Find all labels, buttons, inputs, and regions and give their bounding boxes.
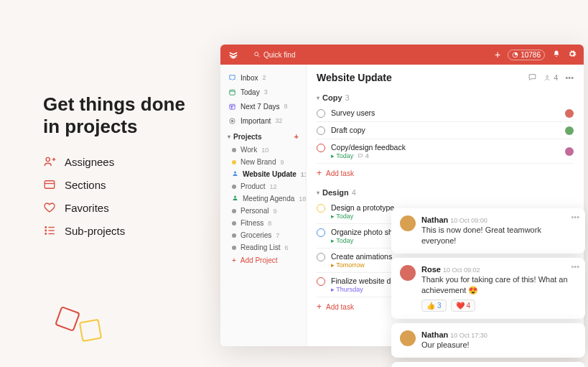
more-icon[interactable]: ••• xyxy=(571,213,579,221)
projects-header-label: Projects xyxy=(233,133,261,141)
task-row[interactable]: Copy/design feedback▸ Today 4 xyxy=(317,139,574,164)
notifications-icon[interactable] xyxy=(552,50,561,60)
task-checkbox[interactable] xyxy=(317,144,325,152)
project-color-dot xyxy=(232,221,236,226)
svg-rect-14 xyxy=(229,90,234,95)
task-checkbox[interactable] xyxy=(317,277,325,286)
karma-badge[interactable]: 10786 xyxy=(508,50,545,60)
comment-author: Rose xyxy=(421,265,441,274)
svg-point-23 xyxy=(546,75,549,78)
project-count: 18 xyxy=(299,195,306,203)
comment-card: Nathan10 Oct 17:30Our pleasure! xyxy=(391,323,585,358)
sidebar-project[interactable]: Groceries 7 xyxy=(220,229,306,241)
top-bar: Quick find + 10786 xyxy=(220,45,584,65)
sidebar-filter-important[interactable]: Important 32 xyxy=(220,113,306,128)
comment-time: 10 Oct 17:30 xyxy=(450,332,487,339)
svg-point-11 xyxy=(255,52,258,56)
sidebar-project[interactable]: Personal 9 xyxy=(220,205,306,217)
task-date: ▸ Today xyxy=(331,237,353,244)
sidebar-project[interactable]: Reading List 6 xyxy=(220,241,306,254)
project-count: 6 xyxy=(285,244,289,251)
add-task-label: Add task xyxy=(326,303,354,311)
sidebar-filter-count: 32 xyxy=(275,117,282,124)
project-label: Website Update xyxy=(243,170,297,178)
sidebar-filter-inbox[interactable]: Inbox 2 xyxy=(220,70,306,85)
next7-icon: 7 xyxy=(228,102,236,111)
sidebar-filter-count: 2 xyxy=(262,74,266,81)
project-label: Reading List xyxy=(241,243,281,251)
project-label: Personal xyxy=(241,207,269,215)
comment-text: Thank you for taking care of this! What … xyxy=(421,274,577,296)
sidebar-project[interactable]: Meeting Agenda 18 xyxy=(220,192,306,205)
assignee-avatar[interactable] xyxy=(565,147,574,156)
sidebar-filter-count: 8 xyxy=(284,103,287,110)
sidebar-project[interactable]: New Brand 9 xyxy=(220,156,306,168)
app-logo-icon[interactable] xyxy=(228,49,239,60)
search-input[interactable]: Quick find xyxy=(253,51,295,59)
task-checkbox[interactable] xyxy=(317,204,325,213)
add-task-button[interactable]: +Add task xyxy=(317,164,574,185)
main-header: Website Update 4 ••• xyxy=(317,72,574,83)
sidebar-project[interactable]: Website Update 11 xyxy=(220,168,306,180)
karma-icon xyxy=(512,52,518,58)
task-label: Survey users xyxy=(331,108,559,117)
share-icon[interactable]: 4 xyxy=(544,73,558,82)
sidebar-projects-header[interactable]: ▾Projects+ xyxy=(220,128,306,144)
project-count: 7 xyxy=(276,232,279,239)
add-project-button[interactable]: +Add Project xyxy=(220,254,306,267)
comment-author: Nathan xyxy=(421,215,448,224)
more-icon[interactable]: ••• xyxy=(571,262,579,271)
sidebar-project[interactable]: Work 10 xyxy=(220,144,306,156)
task-label: Copy/design feedback xyxy=(331,143,559,152)
reaction-emoji: ❤️ xyxy=(456,302,465,310)
comment-time: 10 Oct 09:00 xyxy=(450,217,487,224)
settings-icon[interactable] xyxy=(568,50,577,60)
sidebar-filter-today[interactable]: Today 3 xyxy=(220,85,306,99)
sidebar-filter-count: 3 xyxy=(264,88,268,96)
project-label: Product xyxy=(241,182,265,190)
svg-point-20 xyxy=(231,120,233,122)
task-row[interactable]: Survey users xyxy=(317,105,574,122)
sidebar-project[interactable]: Product 12 xyxy=(220,180,306,192)
reaction-emoji: 👍 xyxy=(426,302,435,310)
task-checkbox[interactable] xyxy=(317,109,325,118)
reaction-chip[interactable]: ❤️4 xyxy=(451,299,476,312)
feature-label: Sections xyxy=(65,179,106,191)
comment-text: This is now done! Great teamwork everyon… xyxy=(421,225,577,246)
task-date: ▸ Tomorrow xyxy=(331,261,365,269)
assignees-icon xyxy=(43,155,56,168)
comment-avatar[interactable] xyxy=(400,330,416,346)
comments-icon[interactable] xyxy=(528,73,537,83)
task-checkbox[interactable] xyxy=(317,253,325,261)
add-project-label: Add Project xyxy=(241,256,278,264)
comment-avatar[interactable] xyxy=(400,215,416,231)
task-row[interactable]: Draft copy xyxy=(317,122,574,139)
svg-point-7 xyxy=(45,233,47,235)
project-label: Meeting Agenda xyxy=(243,195,294,203)
assignee-avatar[interactable] xyxy=(565,109,574,118)
project-label: Fitness xyxy=(241,219,263,227)
page-title: Website Update xyxy=(317,72,392,83)
section-name: Copy xyxy=(322,93,342,102)
assignee-avatar[interactable] xyxy=(565,126,574,135)
comment-card: Maya11 Oct 09:00Wonderful work, team! 👏 xyxy=(391,362,585,367)
reaction-chip[interactable]: 👍3 xyxy=(421,299,447,312)
task-checkbox[interactable] xyxy=(317,228,325,237)
sidebar-filter-next7[interactable]: 7Next 7 Days 8 xyxy=(220,99,306,113)
sidebar-filter-label: Today xyxy=(241,88,260,96)
comment-avatar[interactable] xyxy=(400,265,416,281)
feature-favorites: Favorites xyxy=(43,201,201,214)
feature-label: Sub-projects xyxy=(65,225,125,237)
sidebar-project[interactable]: Fitness 8 xyxy=(220,217,306,229)
task-checkbox[interactable] xyxy=(317,126,325,135)
project-color-dot xyxy=(232,246,236,250)
section-header[interactable]: ▾Design 4 xyxy=(317,185,574,200)
more-icon[interactable]: ••• xyxy=(565,73,574,82)
project-label: Work xyxy=(241,146,257,154)
add-task-icon[interactable]: + xyxy=(495,49,500,60)
project-label: New Brand xyxy=(241,158,276,166)
section-header[interactable]: ▾Copy 3 xyxy=(317,90,574,105)
add-project-icon[interactable]: + xyxy=(294,132,299,141)
section-count: 3 xyxy=(345,93,350,102)
project-count: 9 xyxy=(280,159,284,166)
